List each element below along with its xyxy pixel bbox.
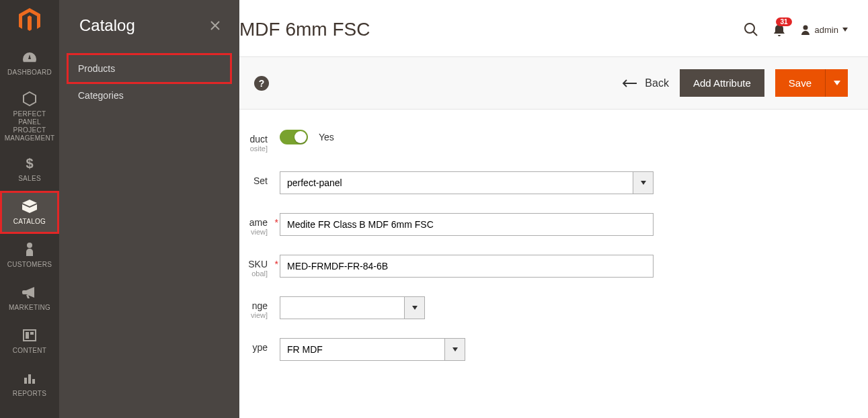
- sku-label: SKU* obal]: [239, 255, 280, 278]
- notification-badge: 31: [776, 17, 791, 26]
- nav-sales[interactable]: $ SALES: [0, 148, 59, 191]
- admin-sidebar: DASHBOARD PERFECT PANEL PROJECT MANAGEME…: [0, 0, 59, 407]
- enable-product-label: duct osite]: [239, 130, 280, 153]
- admin-label: admin: [815, 25, 838, 35]
- notifications-icon[interactable]: 31: [773, 23, 785, 36]
- save-dropdown-button[interactable]: [825, 69, 848, 97]
- nav-reports[interactable]: REPORTS: [0, 363, 59, 406]
- submenu-title: Catalog: [79, 16, 135, 35]
- box-icon: [22, 198, 38, 215]
- help-icon[interactable]: ?: [254, 76, 269, 91]
- svg-rect-6: [28, 374, 31, 384]
- chevron-down-icon: [412, 306, 418, 310]
- dollar-icon: $: [25, 155, 34, 172]
- nav-content[interactable]: CONTENT: [0, 320, 59, 363]
- svg-point-1: [27, 243, 32, 248]
- svg-point-9: [803, 26, 807, 30]
- type-dropdown-button[interactable]: [445, 338, 465, 361]
- nav-marketing[interactable]: MARKETING: [0, 277, 59, 320]
- nav-catalog[interactable]: CATALOG: [0, 191, 59, 234]
- svg-rect-2: [24, 330, 36, 341]
- range-label: nge view]: [239, 296, 280, 319]
- bars-icon: [23, 370, 36, 387]
- svg-rect-5: [24, 378, 27, 384]
- save-button-group: Save: [775, 69, 848, 97]
- type-label: ype: [239, 338, 280, 353]
- magento-icon: [18, 8, 41, 34]
- enable-product-value: Yes: [319, 132, 334, 142]
- svg-rect-4: [30, 332, 34, 335]
- hexagon-icon: [23, 90, 36, 108]
- chevron-down-icon: [842, 28, 848, 32]
- layout-icon: [23, 327, 36, 344]
- person-icon: [25, 241, 34, 258]
- page-title: MDF 6mm FSC: [239, 19, 370, 40]
- main-content: MDF 6mm FSC 31 admin ? Back Add: [239, 0, 868, 407]
- chevron-down-icon: [641, 181, 646, 185]
- nav-dashboard[interactable]: DASHBOARD: [0, 42, 59, 85]
- chevron-down-icon: [834, 81, 840, 85]
- magento-logo[interactable]: [0, 0, 59, 42]
- range-select[interactable]: [280, 296, 405, 319]
- gauge-icon: [22, 48, 37, 66]
- save-button[interactable]: Save: [775, 69, 825, 97]
- arrow-left-icon: [622, 79, 637, 87]
- range-dropdown-button[interactable]: [405, 296, 425, 319]
- admin-account-menu[interactable]: admin: [800, 24, 848, 35]
- back-button[interactable]: Back: [622, 77, 669, 89]
- product-form: duct osite] Yes Set ame* view]: [239, 110, 868, 407]
- nav-perfect-panel[interactable]: PERFECT PANEL PROJECT MANAGEMENT: [0, 85, 59, 148]
- sku-input[interactable]: [280, 255, 654, 278]
- svg-text:$: $: [26, 156, 33, 171]
- nav-customers[interactable]: CUSTOMERS: [0, 234, 59, 277]
- attribute-set-label: Set: [239, 171, 280, 186]
- submenu-categories[interactable]: Categories: [69, 82, 230, 109]
- close-icon[interactable]: [207, 17, 223, 34]
- user-icon: [800, 24, 811, 35]
- attribute-set-select[interactable]: [280, 171, 633, 194]
- svg-rect-7: [32, 379, 35, 384]
- add-attribute-button[interactable]: Add Attribute: [680, 69, 764, 97]
- product-name-label: ame* view]: [239, 213, 280, 236]
- submenu-products[interactable]: Products: [69, 55, 230, 82]
- chevron-down-icon: [452, 347, 458, 351]
- catalog-submenu: Catalog Products Categories: [59, 0, 239, 407]
- product-name-input[interactable]: [280, 213, 654, 236]
- type-select[interactable]: [280, 338, 445, 361]
- svg-point-8: [745, 24, 754, 33]
- attribute-set-dropdown-button[interactable]: [633, 171, 654, 194]
- search-icon[interactable]: [744, 22, 758, 37]
- megaphone-icon: [22, 284, 37, 301]
- svg-rect-3: [26, 332, 29, 339]
- enable-product-toggle[interactable]: [280, 130, 308, 144]
- page-toolbar: ? Back Add Attribute Save: [239, 56, 868, 110]
